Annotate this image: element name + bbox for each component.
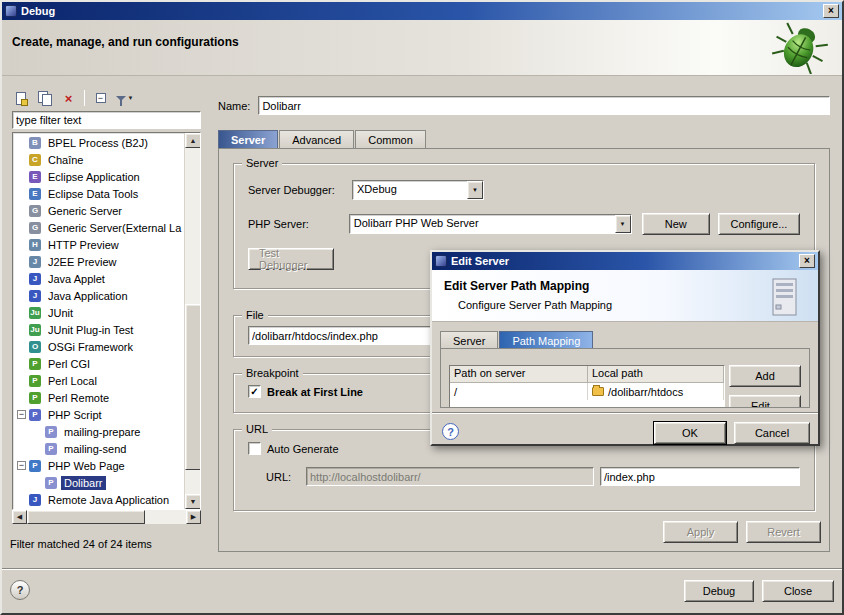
expander-spacer [33,444,44,453]
filter-icon[interactable]: ▼ [116,90,133,107]
tree-item[interactable]: JuJUnit Plug-in Test [13,321,184,338]
chaine-icon: C [29,154,41,166]
tree-item[interactable]: JRemote Java Application [13,491,184,508]
tree-item[interactable]: PPerl Remote [13,389,184,406]
tree-item[interactable]: HHTTP Preview [13,236,184,253]
osgi-framework-icon: O [29,341,41,353]
delete-config-icon[interactable]: × [60,90,77,107]
tree-horizontal-scrollbar[interactable]: ◀ ▶ [12,510,201,524]
tree-item[interactable]: GGeneric Server [13,202,184,219]
expander-spacer [17,138,28,147]
break-first-line-checkbox[interactable]: ✓ [248,385,261,398]
apply-button: Apply [663,521,738,543]
collapse-all-icon[interactable]: − [92,90,109,107]
tree-item[interactable]: JJava Applet [13,270,184,287]
duplicate-config-icon[interactable] [36,90,53,107]
tree-item[interactable]: CChaîne [13,151,184,168]
tree-item[interactable]: PPerl Local [13,372,184,389]
expander-spacer [33,478,44,487]
path-mapping-table: Path on server Local path / /dolibarr/ht… [449,365,725,408]
scroll-up-icon[interactable]: ▲ [185,133,201,148]
tree-item-label: Dolibarr [61,476,106,490]
new-server-button[interactable]: New [642,213,710,235]
tree-item[interactable]: Pmailing-send [13,440,184,457]
url-path-input[interactable] [600,467,800,486]
tab-common[interactable]: Common [355,130,426,149]
expander-spacer [17,376,28,385]
config-tree-container: BBPEL Process (B2J)CChaîneEEclipse Appli… [12,132,201,510]
scroll-down-icon[interactable]: ▼ [185,494,201,509]
filter-input[interactable] [12,111,201,129]
tree-item[interactable]: JJava Application [13,287,184,304]
url-label: URL: [266,471,300,483]
tab-path-mapping[interactable]: Path Mapping [499,331,593,349]
hscrollbar-thumb[interactable] [27,510,145,524]
tab-modal-server[interactable]: Server [440,331,498,349]
java-applet-icon: J [29,273,41,285]
filter-status: Filter matched 24 of 24 items [10,538,203,550]
php-server-select[interactable]: Dolibarr PHP Web Server ▼ [349,214,632,234]
php-server-label: PHP Server: [248,218,349,230]
close-icon[interactable]: × [799,254,815,268]
tree-item[interactable]: −PPHP Script [13,406,184,423]
auto-generate-label: Auto Generate [267,443,339,455]
scroll-right-icon[interactable]: ▶ [186,510,201,524]
expander-spacer [17,206,28,215]
tree-item[interactable]: EEclipse Application [13,168,184,185]
tab-advanced[interactable]: Advanced [279,130,354,149]
tree-item-label: PHP Web Page [45,459,128,473]
tree-item[interactable]: EEclipse Data Tools [13,185,184,202]
dropdown-arrow-icon[interactable]: ▼ [615,215,631,233]
tree-item[interactable]: GGeneric Server(External La [13,219,184,236]
edit-mapping-button[interactable]: Edit... [729,395,801,408]
titlebar: Debug × [2,2,842,20]
tree-item-label: Remote Java Application [45,493,172,507]
tree-item[interactable]: JuJUnit [13,304,184,321]
tree-item[interactable]: PPerl CGI [13,355,184,372]
eclipse-application-icon: E [29,171,41,183]
name-label: Name: [218,100,250,112]
tree-item-label: Generic Server [45,204,125,218]
scrollbar-thumb[interactable] [185,304,201,470]
server-group-title: Server [242,157,282,169]
scrollbar-track[interactable] [185,148,200,494]
expander-spacer [17,325,28,334]
ok-button[interactable]: OK [654,422,726,444]
new-config-icon[interactable] [12,90,29,107]
configure-server-button[interactable]: Configure... [718,213,800,235]
path-mapping-content: Path on server Local path / /dolibarr/ht… [440,348,810,408]
tree-item[interactable]: PDolibarr [13,474,184,491]
dropdown-arrow-icon[interactable]: ▼ [467,181,483,199]
close-icon[interactable]: × [823,4,839,18]
tree-item[interactable]: JJ2EE Preview [13,253,184,270]
expander-spacer [17,274,28,283]
close-button[interactable]: Close [762,580,834,602]
debug-button[interactable]: Debug [684,580,754,602]
scroll-left-icon[interactable]: ◀ [12,510,27,524]
name-input[interactable] [258,96,830,115]
config-toolbar: × − ▼ [8,86,205,110]
perl-local-icon: P [29,375,41,387]
tree-item[interactable]: BBPEL Process (B2J) [13,134,184,151]
tree-item-label: Perl CGI [45,357,93,371]
debug-dialog: Debug × Create, manage, and run configur… [0,0,844,615]
expander-icon[interactable]: − [17,461,26,470]
table-row[interactable]: / /dolibarr/htdocs [450,383,724,400]
tree-item[interactable]: OOSGi Framework [13,338,184,355]
tab-server[interactable]: Server [218,130,278,149]
tree-item[interactable]: −PPHP Web Page [13,457,184,474]
add-mapping-button[interactable]: Add [729,365,801,387]
expander-icon[interactable]: − [17,410,26,419]
auto-generate-checkbox[interactable]: ✓ [248,442,261,455]
server-debugger-select[interactable]: XDebug ▼ [352,180,484,200]
tree-item-label: mailing-prepare [61,425,143,439]
tree-item[interactable]: Pmailing-prepare [13,423,184,440]
break-first-line-label: Break at First Line [267,386,363,398]
cancel-button[interactable]: Cancel [734,422,810,444]
tree-item-label: Java Application [45,289,131,303]
tree-item-label: OSGi Framework [45,340,136,354]
help-icon[interactable]: ? [10,580,30,600]
help-icon[interactable]: ? [442,423,459,440]
footer: ? Debug Close [2,569,842,615]
tree-vertical-scrollbar[interactable]: ▲ ▼ [184,133,200,509]
